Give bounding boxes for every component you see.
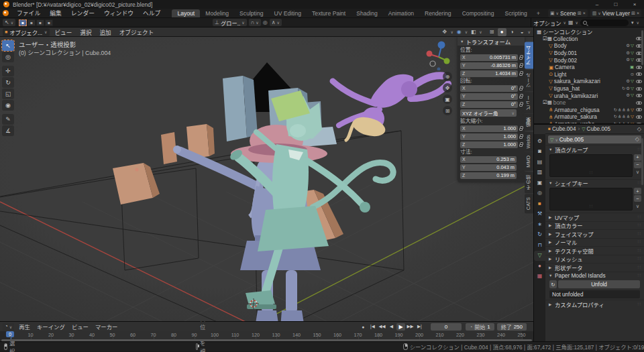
rotate-tool-button[interactable]: ↻ xyxy=(2,77,14,88)
shading-wireframe-button[interactable]: ⊞ xyxy=(488,28,496,36)
visibility-eye-icon[interactable] xyxy=(636,115,642,119)
shading-rendered-button[interactable]: ◒ xyxy=(518,28,527,36)
viewport-menu-3[interactable]: オブジェクト xyxy=(115,28,158,36)
jump-to-end-button[interactable]: ▶| xyxy=(415,323,424,331)
workspace-tab-modeling[interactable]: Modeling xyxy=(200,9,234,17)
shading-solid-button[interactable]: ● xyxy=(498,28,506,36)
properties-tab-modifiers[interactable]: ⚒ xyxy=(534,209,545,220)
lock-icon[interactable] xyxy=(519,65,523,68)
outliner-row[interactable]: ▽Body.001⚙▽ xyxy=(534,50,644,57)
add-item-button[interactable]: + xyxy=(634,154,641,161)
lock-icon[interactable] xyxy=(519,128,523,131)
show-gizmo-toggle[interactable]: ✥ xyxy=(440,28,449,36)
new-scene-icon[interactable]: ⊞ xyxy=(578,11,582,15)
outliner-row[interactable]: ▽tigusa_hat↻⚙▽ xyxy=(534,85,644,93)
navigation-gizmo[interactable] xyxy=(423,40,454,70)
new-view-layer-icon[interactable]: ⊞ xyxy=(631,11,635,15)
select-mode-intersect-button[interactable]: ■ xyxy=(45,19,53,26)
maximize-button[interactable]: □ xyxy=(606,1,625,7)
properties-tab-tool[interactable]: ⚙ xyxy=(534,136,545,147)
properties-tab-particles[interactable]: ∗ xyxy=(534,219,545,230)
outliner-row[interactable]: ⋔Armature_sakura↻⋔⋔⋔▽ xyxy=(534,113,644,121)
filter-funnel-icon[interactable]: ▼ xyxy=(631,21,635,25)
outliner-search-input[interactable] xyxy=(580,19,629,26)
select-mode-subtract-button[interactable]: ■ xyxy=(36,19,44,26)
menu-2[interactable]: レンダー xyxy=(66,9,99,17)
panel-header-8[interactable]: ▶形状データ∷ xyxy=(545,263,644,272)
properties-tab-constraints[interactable]: ⊓ xyxy=(534,240,545,251)
view-layer-selector[interactable]: ▥ ∨ View Layer ⊞ × xyxy=(590,9,641,17)
resize-grip-icon[interactable]: ∷ xyxy=(590,204,592,209)
mode-selector[interactable]: ■ オブジェク... ∨ xyxy=(3,28,50,36)
select-tool-button[interactable]: ↖ xyxy=(2,40,14,51)
blender-menu-icon[interactable] xyxy=(3,10,9,16)
panel-header-1[interactable]: ▼シェイプキー∷ xyxy=(545,179,644,188)
visibility-eye-icon[interactable] xyxy=(636,72,642,76)
unlink-scene-icon[interactable]: × xyxy=(583,11,586,15)
panel-header-9[interactable]: ▼Paper Model Islands∷ xyxy=(545,272,644,280)
menu-3[interactable]: ウィンドウ xyxy=(99,9,138,17)
menu-0[interactable]: ファイル xyxy=(12,9,45,17)
transform-orientation-selector[interactable]: ⊥ グロー.. ∨ xyxy=(213,19,247,26)
sidebar-tab-welds[interactable]: Welds xyxy=(525,131,533,152)
workspace-tab-uv-editing[interactable]: UV Editing xyxy=(268,9,307,17)
transform-field-x[interactable]: X0.253 m xyxy=(460,156,517,163)
lock-icon[interactable] xyxy=(519,144,523,147)
frame-start-field[interactable]: ◔ 開始 1 xyxy=(466,323,494,331)
workspace-tab-shading[interactable]: Shading xyxy=(351,9,383,17)
properties-tab-physics[interactable]: ↻ xyxy=(534,230,545,241)
specials-menu-button[interactable]: ∨ xyxy=(634,202,641,209)
fake-user-shield-icon[interactable]: ◇ xyxy=(635,137,639,142)
breadcrumb-object[interactable]: ■ Cube.004 xyxy=(548,126,576,132)
properties-tab-material[interactable]: ● xyxy=(534,261,545,272)
outliner-row[interactable]: ▽uraha_kamikazari⚙▽ xyxy=(534,92,644,99)
workspace-tab-rendering[interactable]: Rendering xyxy=(419,9,457,17)
lock-icon[interactable] xyxy=(519,104,523,107)
refresh-button[interactable]: ↻ xyxy=(549,280,557,288)
x-axis-handle[interactable] xyxy=(427,51,433,57)
current-frame-field[interactable]: 0 xyxy=(431,323,462,331)
remove-item-button[interactable]: − xyxy=(634,195,641,202)
empty-list-box[interactable]: ∷ xyxy=(549,154,633,177)
sidebar-tab-編集[interactable]: 編集 xyxy=(525,114,533,131)
properties-scrollbar[interactable] xyxy=(641,138,643,185)
transform-field-y[interactable]: Y-0.86326 m xyxy=(460,62,518,69)
workspace-tab-layout[interactable]: Layout xyxy=(172,9,200,17)
transform-field-y[interactable]: Y0° xyxy=(460,93,518,100)
options-button[interactable]: オプション xyxy=(533,19,561,27)
viewport-menu-2[interactable]: 追加 xyxy=(96,28,115,36)
panel-header-3[interactable]: ▶頂点カラー∷ xyxy=(545,221,644,230)
properties-tab-view-layer[interactable]: ▥ xyxy=(534,168,545,178)
pan-button[interactable]: ✥ xyxy=(443,83,452,93)
visibility-eye-icon[interactable] xyxy=(636,87,642,91)
properties-tab-scene[interactable]: ▣ xyxy=(534,178,545,188)
outliner-root-row[interactable]: ▦ シーンコレクション xyxy=(534,28,644,36)
panel-header-7[interactable]: ▶リメッシュ∷ xyxy=(545,255,644,263)
outliner-row[interactable]: ☑▦bone xyxy=(534,99,644,107)
pin-icon[interactable]: ◇ xyxy=(637,127,641,132)
panel-header-4[interactable]: ▶フェイスマップ∷ xyxy=(545,229,644,238)
panel-header-5[interactable]: ▶ノーマル∷ xyxy=(545,238,644,247)
transform-panel-header[interactable]: ▼ トランスフォーム xyxy=(458,37,525,46)
lock-icon[interactable] xyxy=(519,136,523,139)
add-workspace-button[interactable]: + xyxy=(533,10,544,17)
outliner-row[interactable]: ▽Body.002⚙▽ xyxy=(534,56,644,64)
transform-field-z[interactable]: Z1.000 xyxy=(460,141,518,148)
rotation-mode-dropdown[interactable]: XYZ オイラー角∨ xyxy=(460,109,517,117)
transform-field-z[interactable]: Z0.199 m xyxy=(460,172,517,179)
resize-grip-icon[interactable]: ∷ xyxy=(590,170,592,176)
lock-icon[interactable] xyxy=(519,73,523,76)
remove-item-button[interactable]: − xyxy=(634,162,641,168)
minimize-button[interactable]: – xyxy=(588,1,606,7)
viewport-menu-1[interactable]: 選択 xyxy=(76,28,95,36)
data-name-field[interactable]: ▽ ∨ Cube.005 ◇ xyxy=(548,135,641,143)
scene-selector[interactable]: ▣ ∨ Scene ⊞ × xyxy=(548,9,588,17)
panel-header-0[interactable]: ▼頂点グループ∷ xyxy=(545,145,644,154)
unfold-button[interactable]: Unfold xyxy=(558,280,640,288)
annotate-tool-button[interactable]: ✎ xyxy=(2,114,14,125)
frame-end-field[interactable]: 終了 250 xyxy=(497,323,527,331)
workspace-tab-compositing[interactable]: Compositing xyxy=(457,9,500,17)
add-item-button[interactable]: + xyxy=(634,188,641,194)
transform-field-z[interactable]: Z1.4034 m xyxy=(460,70,518,77)
properties-tab-output[interactable]: ▤ xyxy=(534,157,545,168)
